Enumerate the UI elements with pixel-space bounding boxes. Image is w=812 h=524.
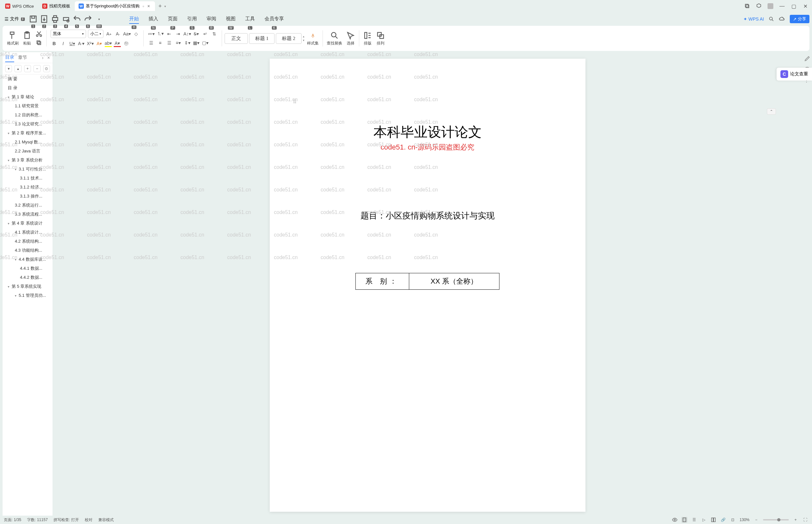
- toc-item[interactable]: 4.4.1 数据...: [3, 264, 52, 273]
- bullet-list-icon[interactable]: ≔▾: [148, 30, 155, 37]
- decrease-font-icon[interactable]: A-: [114, 30, 121, 37]
- cloud-icon[interactable]: [779, 16, 785, 22]
- arrange-button[interactable]: 排版: [362, 31, 374, 46]
- book-icon[interactable]: [711, 517, 716, 518]
- tab-dropdown-icon[interactable]: ▾: [164, 4, 166, 8]
- focus-icon[interactable]: ⊡: [730, 517, 736, 518]
- sp-tab-chapter[interactable]: 章节: [18, 53, 27, 62]
- collapse-ribbon-icon[interactable]: ⌃: [767, 108, 776, 115]
- border-icon[interactable]: ▢▾: [202, 39, 209, 46]
- line-spacing-icon[interactable]: ⇕▾: [184, 39, 191, 46]
- align-center-icon[interactable]: ≡: [156, 39, 164, 46]
- zoom-out-icon[interactable]: −: [753, 517, 759, 518]
- toc-item[interactable]: 3.1.1 技术...: [3, 174, 52, 183]
- sp-tab-toc[interactable]: 目录: [5, 53, 14, 62]
- increase-font-icon[interactable]: A+: [105, 30, 113, 37]
- align-left-icon[interactable]: ☰: [148, 39, 155, 46]
- text-direction-icon[interactable]: A↕▾: [184, 30, 191, 37]
- zoom-level[interactable]: 130%: [740, 518, 749, 518]
- save-icon[interactable]: 1: [29, 15, 38, 23]
- eye-icon[interactable]: [672, 517, 678, 518]
- chevron-right-icon[interactable]: ›: [42, 55, 44, 60]
- page-indicator[interactable]: 页面: 1/35: [4, 517, 21, 519]
- chevron-down-icon[interactable]: ▾: [8, 222, 11, 225]
- spell-check-status[interactable]: 拼写检查: 打开: [53, 517, 79, 519]
- chevron-down-icon[interactable]: ▾: [8, 285, 11, 289]
- menu-home[interactable]: 开始H: [129, 15, 139, 24]
- chevron-down-icon[interactable]: ▾: [8, 95, 11, 99]
- remove-icon[interactable]: −: [34, 65, 40, 72]
- font-size-select[interactable]: 小二▾: [88, 30, 103, 38]
- chevron-down-icon[interactable]: ▾: [8, 131, 11, 135]
- document-canvas[interactable]: ⌃ ⠿ 本科毕业设计论文 code51. cn-源码乐园盗图必究 题目：小区疫情…: [52, 52, 802, 518]
- word-count[interactable]: 字数: 11157: [27, 517, 48, 519]
- copy-icon[interactable]: [35, 39, 43, 46]
- toc-item[interactable]: ▾5.1 管理员功...: [3, 291, 52, 300]
- shading-icon[interactable]: ▦▾: [193, 39, 200, 46]
- font-color-icon[interactable]: A▾: [114, 40, 121, 47]
- menu-member[interactable]: 会员专享K: [265, 15, 284, 24]
- chevron-down-icon[interactable]: ▾: [15, 167, 18, 171]
- change-case-icon[interactable]: Aa▾: [123, 30, 131, 37]
- underline-icon[interactable]: U▾: [69, 40, 76, 47]
- toc-item[interactable]: 目 录: [3, 83, 52, 93]
- format-painter-button[interactable]: 格式刷: [6, 31, 20, 46]
- toc-item[interactable]: 3.2 系统运行...: [3, 201, 52, 210]
- maximize-icon[interactable]: ▢: [791, 3, 797, 9]
- close-panel-icon[interactable]: ×: [47, 55, 50, 60]
- add-icon[interactable]: +: [24, 65, 31, 72]
- style-heading1[interactable]: 标题 1: [249, 33, 275, 44]
- select-button[interactable]: 选择: [345, 31, 357, 46]
- toc-item[interactable]: 3.3 系统流程...: [3, 210, 52, 219]
- tab-templates[interactable]: D 找稻壳模板: [38, 1, 74, 11]
- toc-item[interactable]: ▾3.1 可行性分...: [3, 165, 52, 174]
- toc-item[interactable]: 1.2 目的和意...: [3, 111, 52, 119]
- superscript-icon[interactable]: X²▾: [87, 40, 94, 47]
- file-menu[interactable]: ☰ 文件 F: [3, 15, 27, 23]
- collapse-up-icon[interactable]: ▴: [15, 65, 21, 72]
- toc-item[interactable]: ▾第 3 章 系统分析: [3, 155, 52, 165]
- italic-icon[interactable]: I: [60, 40, 67, 47]
- pencil-icon[interactable]: [804, 55, 810, 62]
- drag-handle-icon[interactable]: ⠿: [293, 99, 296, 105]
- close-icon[interactable]: ×: [146, 3, 151, 9]
- redo-icon[interactable]: 6: [83, 15, 93, 23]
- style-set-button[interactable]: A͇ 样式集: [306, 31, 320, 46]
- line-break-icon[interactable]: ↵: [202, 30, 209, 37]
- cut-icon[interactable]: [35, 30, 43, 37]
- clear-format-icon[interactable]: ◇: [132, 30, 139, 37]
- close-window-icon[interactable]: ✕: [802, 3, 808, 9]
- new-tab-button[interactable]: +: [156, 3, 164, 10]
- window-copy-icon[interactable]: [744, 3, 750, 9]
- proofing-status[interactable]: 校对: [85, 517, 93, 519]
- avatar-icon[interactable]: [767, 3, 773, 9]
- style-heading2[interactable]: 标题 2: [276, 33, 301, 44]
- toc-item[interactable]: 2.1 Mysql 数...: [3, 137, 52, 147]
- outline-view-icon[interactable]: ☰: [691, 517, 697, 518]
- toc-item[interactable]: 4.3 功能结构...: [3, 246, 52, 255]
- tab-menu-icon[interactable]: ▫: [143, 4, 144, 9]
- find-replace-button[interactable]: 查找替换: [326, 31, 344, 46]
- compat-mode[interactable]: 兼容模式: [98, 517, 114, 519]
- toc-item[interactable]: 4.2 系统结构...: [3, 237, 52, 246]
- emphasis-icon[interactable]: A·▾: [78, 40, 85, 47]
- chevron-down-icon[interactable]: ▾: [15, 258, 18, 261]
- export-icon[interactable]: 2: [40, 15, 49, 23]
- menu-page[interactable]: 页面P: [168, 15, 178, 24]
- toc-item[interactable]: 摘 要: [3, 75, 52, 83]
- toc-item[interactable]: 2.2 Java 语言: [3, 147, 52, 155]
- fullscreen-icon[interactable]: ⛶: [802, 517, 808, 518]
- style-more-icon[interactable]: ▴▾: [303, 35, 304, 42]
- toc-item[interactable]: ▾4.4 数据库设...: [3, 255, 52, 264]
- toc-item[interactable]: 1.1 研究背景: [3, 101, 52, 111]
- font-name-select[interactable]: 黑体▾: [51, 30, 86, 38]
- toc-item[interactable]: 1.3 论文研究...: [3, 119, 52, 129]
- cube-icon[interactable]: [756, 3, 762, 9]
- number-list-icon[interactable]: ⒈▾: [156, 30, 164, 37]
- paper-check-badge[interactable]: C 论文查重: [777, 68, 812, 81]
- toc-item[interactable]: 4.4.2 数据...: [3, 273, 52, 282]
- decrease-indent-icon[interactable]: ⇤: [166, 30, 173, 37]
- app-tab[interactable]: W WPS Office: [1, 1, 38, 11]
- minimize-icon[interactable]: —: [779, 3, 785, 9]
- tab-document[interactable]: W 基于Springboot的小区疫情购 ▫ ×: [75, 1, 155, 11]
